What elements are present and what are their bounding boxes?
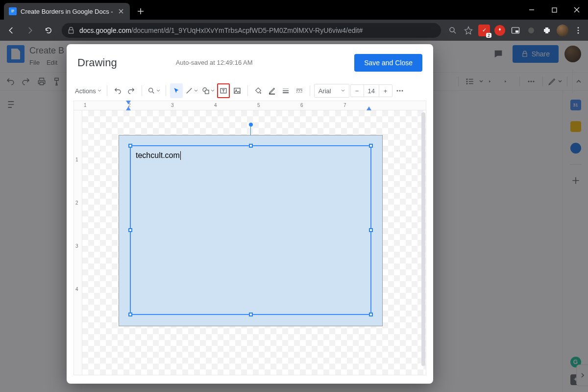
svg-point-9 xyxy=(578,27,579,28)
drawing-dialog: Drawing Auto-saved at 12:49:16 AM Save a… xyxy=(67,44,433,384)
ruler-tick: 1 xyxy=(84,103,87,108)
ruler-tick: 7 xyxy=(343,103,346,108)
svg-rect-3 xyxy=(11,12,13,12)
redo-icon[interactable] xyxy=(125,83,138,98)
browser-toolbar: docs.google.com/document/d/1_9YUqHxIXvYm… xyxy=(0,20,588,41)
docs-app: Create B File Edit Share xyxy=(0,41,588,392)
ruler-tick: 6 xyxy=(300,103,303,108)
nav-back[interactable] xyxy=(3,22,20,39)
extensions-puzzle-icon[interactable] xyxy=(540,24,554,37)
canvas-scrollbar[interactable] xyxy=(421,112,425,366)
search-in-page-icon[interactable] xyxy=(446,24,460,37)
svg-rect-24 xyxy=(269,94,275,94)
resize-handle-bl[interactable] xyxy=(128,313,132,316)
select-tool-icon[interactable] xyxy=(170,83,183,98)
window-titlebar: Create Borders in Google Docs - xyxy=(0,0,588,20)
text-box-shape[interactable]: techcult.com xyxy=(119,135,383,326)
font-size-group: − 14 + xyxy=(350,84,392,97)
border-color-icon[interactable] xyxy=(266,83,278,98)
undo-icon[interactable] xyxy=(111,83,124,98)
svg-point-8 xyxy=(528,27,534,33)
resize-handle-tr[interactable] xyxy=(369,144,373,148)
rotate-handle[interactable] xyxy=(249,123,253,135)
tab-title: Create Borders in Google Docs - xyxy=(21,8,113,15)
extension-adblock[interactable] xyxy=(493,24,507,37)
svg-point-10 xyxy=(578,29,579,31)
window-maximize[interactable] xyxy=(543,0,565,20)
zoom-icon[interactable] xyxy=(146,83,162,98)
extension-pip-icon[interactable] xyxy=(509,24,522,37)
browser-tab[interactable]: Create Borders in Google Docs - xyxy=(4,3,130,20)
image-tool-icon[interactable] xyxy=(231,83,244,98)
text-caret xyxy=(180,151,181,160)
vertical-ruler[interactable]: 1 2 3 4 xyxy=(74,110,82,375)
ruler-tick: 3 xyxy=(75,243,78,249)
resize-handle-br[interactable] xyxy=(369,313,373,316)
window-minimize[interactable] xyxy=(520,0,543,20)
nav-reload[interactable] xyxy=(40,22,57,39)
border-weight-icon[interactable] xyxy=(279,83,292,98)
indent-marker-right[interactable] xyxy=(367,106,371,110)
horizontal-ruler[interactable]: 1 2 3 4 5 6 7 xyxy=(74,101,426,110)
extension-todoist[interactable]: ✓2 xyxy=(477,24,491,37)
profile-avatar[interactable] xyxy=(556,24,569,37)
svg-rect-2 xyxy=(11,11,14,11)
bookmark-star-icon[interactable] xyxy=(462,24,475,37)
window-close[interactable] xyxy=(565,0,588,20)
new-tab-button[interactable] xyxy=(134,4,147,18)
url-host: docs.google.com xyxy=(79,26,131,34)
docs-favicon xyxy=(9,7,17,15)
border-dash-icon[interactable] xyxy=(293,83,306,98)
drawing-toolbar: Actions Arial − 14 + xyxy=(67,81,433,101)
shape-tool-icon[interactable] xyxy=(200,83,216,98)
svg-rect-1 xyxy=(11,10,14,10)
ruler-tick: 2 xyxy=(75,200,78,206)
ruler-tick: 3 xyxy=(171,103,174,108)
text-box-editing-frame[interactable]: techcult.com xyxy=(130,145,371,315)
actions-menu[interactable]: Actions xyxy=(74,83,103,98)
drawing-canvas[interactable]: techcult.com xyxy=(82,110,426,375)
extension-badge: 2 xyxy=(486,33,491,38)
line-tool-icon[interactable] xyxy=(184,83,199,98)
svg-point-27 xyxy=(401,90,403,92)
svg-rect-7 xyxy=(515,30,518,33)
resize-handle-bm[interactable] xyxy=(249,313,253,316)
font-size-value[interactable]: 14 xyxy=(364,85,379,97)
ruler-tick: 5 xyxy=(257,103,260,108)
tab-close-icon[interactable] xyxy=(117,7,125,15)
fill-color-icon[interactable] xyxy=(252,83,265,98)
drawing-canvas-wrap: 1 2 3 4 techcult.com xyxy=(74,110,426,375)
svg-point-26 xyxy=(399,90,400,92)
svg-point-11 xyxy=(578,32,579,34)
svg-rect-22 xyxy=(234,88,240,94)
address-bar[interactable]: docs.google.com/document/d/1_9YUqHxIXvYm… xyxy=(62,23,441,38)
ruler-tick: 4 xyxy=(75,287,78,292)
text-box-content[interactable]: techcult.com xyxy=(136,151,181,160)
font-size-decrease[interactable]: − xyxy=(351,85,364,97)
font-size-increase[interactable]: + xyxy=(379,85,392,97)
ruler-tick: 4 xyxy=(214,103,217,108)
extension-unknown-1[interactable] xyxy=(524,24,538,37)
window-controls xyxy=(520,0,588,20)
autosave-status: Auto-saved at 12:49:16 AM xyxy=(176,59,253,66)
nav-forward[interactable] xyxy=(22,22,38,39)
resize-handle-rm[interactable] xyxy=(369,228,373,232)
save-and-close-button[interactable]: Save and Close xyxy=(354,54,422,72)
url-path: /document/d/1_9YUqHxIXvYmTrbsAcpfWD5-PM0… xyxy=(131,26,363,34)
dialog-title: Drawing xyxy=(77,56,117,69)
lock-icon xyxy=(68,27,74,34)
chrome-menu-icon[interactable] xyxy=(571,24,585,37)
svg-rect-20 xyxy=(205,90,208,94)
resize-handle-tm[interactable] xyxy=(249,144,253,148)
svg-point-25 xyxy=(396,90,398,92)
font-selector[interactable]: Arial xyxy=(314,84,349,98)
ruler-tick: 1 xyxy=(75,157,78,162)
svg-point-18 xyxy=(148,88,152,92)
resize-handle-lm[interactable] xyxy=(128,228,132,232)
ruler-tick: 2 xyxy=(128,103,131,108)
more-format-icon[interactable] xyxy=(393,83,406,98)
svg-point-5 xyxy=(450,27,454,32)
resize-handle-tl[interactable] xyxy=(128,144,132,148)
textbox-tool-icon[interactable] xyxy=(217,83,230,98)
svg-rect-4 xyxy=(552,8,557,12)
